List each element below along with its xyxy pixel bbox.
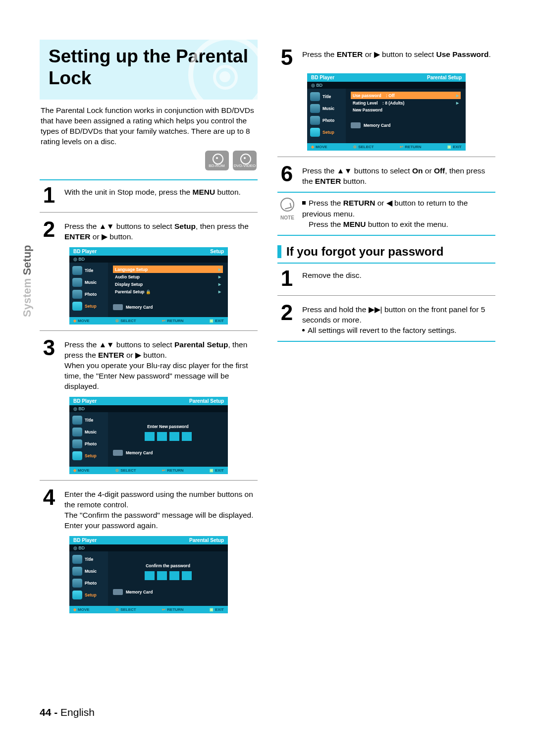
divider [277, 341, 495, 342]
osd-confirm-password: BD PlayerParental Setup ◎ BD Title Music… [69, 536, 228, 613]
osd-setup-menu: BD PlayerSetup ◎ BD Title Music Photo Se… [69, 247, 228, 324]
divider [277, 235, 495, 236]
step-5: 5 Press the ENTER or ▶ button to select … [277, 47, 495, 68]
divider [40, 480, 258, 481]
subheading-forgot-password: If you forgot your password [277, 245, 495, 259]
step-6: 6 Press the ▲▼ buttons to select On or O… [277, 163, 495, 187]
step-4: 4 Enter the 4-digit password using the n… [40, 486, 258, 531]
step-3: 3 Press the ▲▼ buttons to select Parenta… [40, 337, 258, 392]
divider [277, 157, 495, 157]
intro-text: The Parental Lock function works in conj… [41, 106, 257, 147]
section-tab: System Setup [21, 245, 34, 317]
format-icons: BD-ROM DVD-VIDEO [41, 151, 257, 170]
step-2: 2 Press the ▲▼ buttons to select Setup, … [40, 218, 258, 242]
divider [40, 179, 258, 180]
right-column: 5 Press the ENTER or ▶ button to select … [277, 40, 495, 618]
page-title-block: Setting up the Parental Lock [40, 40, 258, 100]
divider [277, 295, 495, 296]
note-block: NOTE Press the RETURN or ◀ button to ret… [277, 198, 495, 230]
page-number: 44 - English [40, 706, 95, 718]
divider [277, 192, 495, 193]
divider [40, 212, 258, 213]
osd-use-password: BD PlayerParental Setup ◎ BD Title Music… [307, 73, 466, 151]
note-icon: NOTE [277, 198, 297, 221]
left-column: Setting up the Parental Lock The Parenta… [40, 40, 258, 618]
bd-rom-icon: BD-ROM [205, 151, 229, 170]
forgot-step-2: 2 Press and hold the ▶▶| button on the f… [277, 302, 495, 336]
forgot-step-1: 1 Remove the disc. [277, 268, 495, 289]
dvd-video-icon: DVD-VIDEO [233, 151, 257, 170]
divider [40, 330, 258, 331]
divider [277, 263, 495, 264]
step-1: 1 With the unit in Stop mode, press the … [40, 184, 258, 206]
osd-enter-password: BD PlayerParental Setup ◎ BD Title Music… [69, 397, 228, 474]
